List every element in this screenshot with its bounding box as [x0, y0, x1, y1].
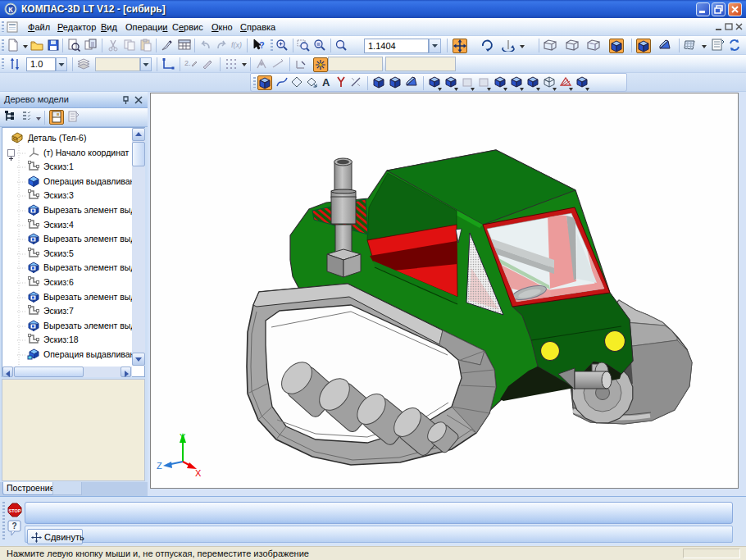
- svg-text:f(x): f(x): [231, 41, 242, 49]
- svg-text:A: A: [322, 76, 330, 89]
- svg-text:?: ?: [259, 40, 265, 50]
- svg-text:2.: 2.: [184, 59, 191, 67]
- svg-text:К: К: [8, 6, 13, 14]
- svg-text:Z: Z: [157, 461, 162, 471]
- svg-text:X: X: [195, 468, 202, 478]
- svg-text:Y: Y: [180, 432, 186, 442]
- svg-text:?: ?: [11, 521, 16, 530]
- svg-text:STOP: STOP: [9, 508, 21, 513]
